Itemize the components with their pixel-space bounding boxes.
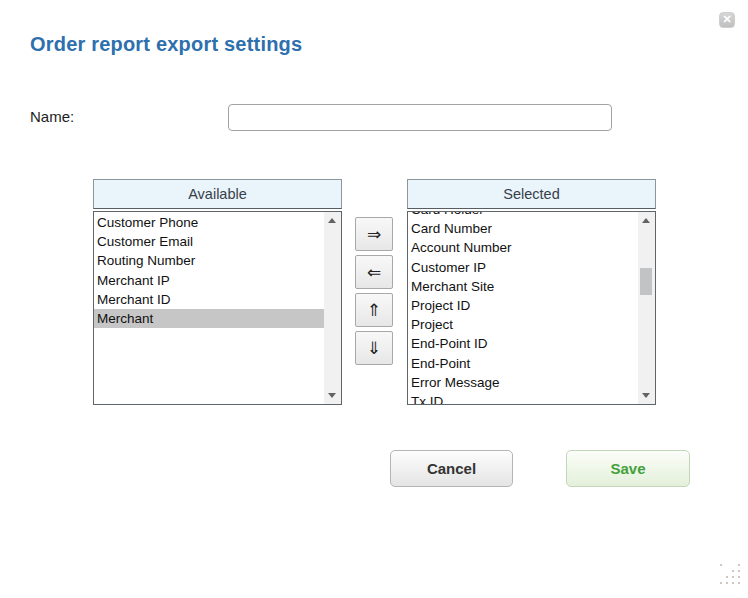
selected-list-item[interactable]: Card Number (408, 219, 638, 238)
selected-list-item[interactable]: Project ID (408, 296, 638, 315)
selected-list-item[interactable]: Project (408, 315, 638, 334)
move-right-button[interactable]: ⇒ (355, 217, 393, 251)
name-label: Name: (30, 108, 74, 125)
move-left-button[interactable]: ⇐ (355, 255, 393, 289)
available-list-item[interactable]: Customer Email (94, 232, 324, 251)
cancel-button[interactable]: Cancel (390, 450, 513, 487)
selected-list-item[interactable]: Card Holder (408, 212, 638, 219)
selected-list-item[interactable]: Error Message (408, 373, 638, 392)
selected-listbox: Card HolderCard NumberAccount NumberCust… (407, 211, 656, 405)
selected-list-header: Selected (407, 179, 656, 209)
selected-list-item[interactable]: Tx ID (408, 392, 638, 404)
dialog-title: Order report export settings (30, 33, 302, 56)
scroll-down-icon[interactable] (324, 387, 341, 404)
selected-list-item[interactable]: Customer IP (408, 258, 638, 277)
move-down-button[interactable]: ⇓ (355, 331, 393, 365)
name-input[interactable] (228, 104, 612, 131)
save-button[interactable]: Save (566, 450, 690, 487)
close-icon[interactable]: ✕ (719, 12, 735, 28)
scrollbar-thumb[interactable] (640, 268, 652, 295)
available-list-item[interactable]: Merchant (94, 309, 324, 328)
scroll-up-icon[interactable] (324, 212, 341, 229)
selected-list-item[interactable]: End-Point ID (408, 334, 638, 353)
selected-list-viewport: Card HolderCard NumberAccount NumberCust… (408, 212, 638, 404)
available-list-item[interactable]: Customer Phone (94, 213, 324, 232)
transfer-buttons: ⇒ ⇐ ⇑ ⇓ (355, 217, 393, 369)
available-list-item[interactable]: Routing Number (94, 251, 324, 270)
available-list-viewport: Customer PhoneCustomer EmailRouting Numb… (94, 212, 324, 404)
available-list-header: Available (93, 179, 342, 209)
move-up-button[interactable]: ⇑ (355, 293, 393, 327)
scroll-down-icon[interactable] (638, 387, 655, 404)
available-list-item[interactable]: Merchant ID (94, 290, 324, 309)
available-scrollbar[interactable] (324, 212, 341, 404)
scroll-up-icon[interactable] (638, 212, 655, 229)
available-listbox: Customer PhoneCustomer EmailRouting Numb… (93, 211, 342, 405)
available-list-item[interactable]: Merchant IP (94, 271, 324, 290)
resize-grip-icon[interactable] (720, 564, 742, 586)
selected-list-item[interactable]: End-Point (408, 354, 638, 373)
selected-list-item[interactable]: Merchant Site (408, 277, 638, 296)
order-report-export-dialog: ✕ Order report export settings Name: Ava… (0, 0, 748, 598)
selected-list-item[interactable]: Account Number (408, 238, 638, 257)
selected-scrollbar[interactable] (638, 212, 655, 404)
